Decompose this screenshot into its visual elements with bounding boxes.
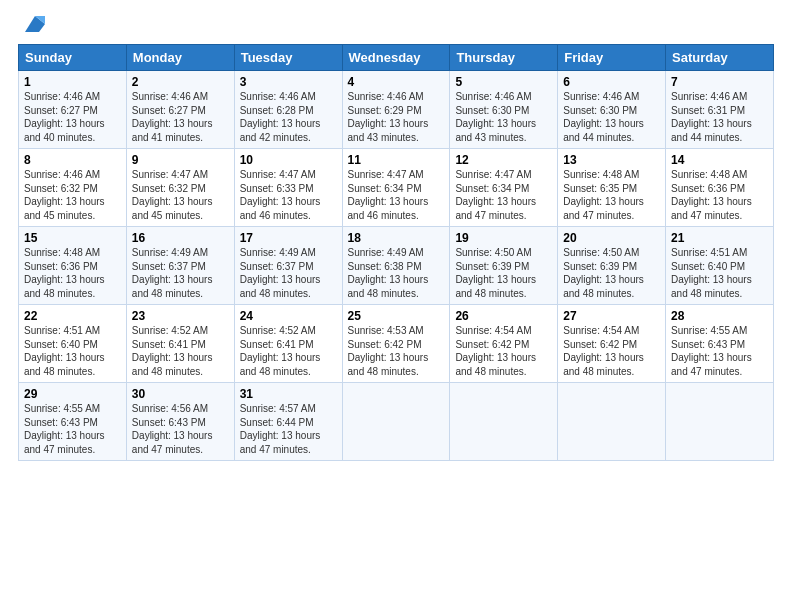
calendar-cell: 7Sunrise: 4:46 AMSunset: 6:31 PMDaylight… [666, 71, 774, 149]
calendar-cell: 23Sunrise: 4:52 AMSunset: 6:41 PMDayligh… [126, 305, 234, 383]
day-number: 19 [455, 231, 552, 245]
calendar: SundayMondayTuesdayWednesdayThursdayFrid… [18, 44, 774, 461]
day-number: 2 [132, 75, 229, 89]
day-number: 4 [348, 75, 445, 89]
day-info: Sunrise: 4:48 AMSunset: 6:35 PMDaylight:… [563, 168, 660, 222]
calendar-header-thursday: Thursday [450, 45, 558, 71]
day-info: Sunrise: 4:55 AMSunset: 6:43 PMDaylight:… [24, 402, 121, 456]
day-number: 26 [455, 309, 552, 323]
day-number: 31 [240, 387, 337, 401]
calendar-header-row: SundayMondayTuesdayWednesdayThursdayFrid… [19, 45, 774, 71]
day-info: Sunrise: 4:53 AMSunset: 6:42 PMDaylight:… [348, 324, 445, 378]
day-number: 14 [671, 153, 768, 167]
day-number: 21 [671, 231, 768, 245]
day-number: 7 [671, 75, 768, 89]
day-number: 18 [348, 231, 445, 245]
logo-icon [21, 10, 49, 38]
calendar-cell: 25Sunrise: 4:53 AMSunset: 6:42 PMDayligh… [342, 305, 450, 383]
calendar-cell: 17Sunrise: 4:49 AMSunset: 6:37 PMDayligh… [234, 227, 342, 305]
day-info: Sunrise: 4:57 AMSunset: 6:44 PMDaylight:… [240, 402, 337, 456]
calendar-cell [450, 383, 558, 461]
calendar-week-3: 15Sunrise: 4:48 AMSunset: 6:36 PMDayligh… [19, 227, 774, 305]
day-info: Sunrise: 4:51 AMSunset: 6:40 PMDaylight:… [671, 246, 768, 300]
calendar-cell [342, 383, 450, 461]
calendar-cell: 3Sunrise: 4:46 AMSunset: 6:28 PMDaylight… [234, 71, 342, 149]
page: SundayMondayTuesdayWednesdayThursdayFrid… [0, 0, 792, 612]
day-number: 11 [348, 153, 445, 167]
day-info: Sunrise: 4:46 AMSunset: 6:29 PMDaylight:… [348, 90, 445, 144]
calendar-week-5: 29Sunrise: 4:55 AMSunset: 6:43 PMDayligh… [19, 383, 774, 461]
calendar-header-tuesday: Tuesday [234, 45, 342, 71]
day-number: 9 [132, 153, 229, 167]
calendar-cell: 24Sunrise: 4:52 AMSunset: 6:41 PMDayligh… [234, 305, 342, 383]
logo [18, 10, 49, 38]
day-info: Sunrise: 4:46 AMSunset: 6:27 PMDaylight:… [24, 90, 121, 144]
day-number: 20 [563, 231, 660, 245]
day-number: 6 [563, 75, 660, 89]
day-info: Sunrise: 4:49 AMSunset: 6:38 PMDaylight:… [348, 246, 445, 300]
day-number: 30 [132, 387, 229, 401]
day-info: Sunrise: 4:51 AMSunset: 6:40 PMDaylight:… [24, 324, 121, 378]
calendar-cell: 30Sunrise: 4:56 AMSunset: 6:43 PMDayligh… [126, 383, 234, 461]
calendar-cell: 28Sunrise: 4:55 AMSunset: 6:43 PMDayligh… [666, 305, 774, 383]
calendar-cell: 12Sunrise: 4:47 AMSunset: 6:34 PMDayligh… [450, 149, 558, 227]
day-info: Sunrise: 4:52 AMSunset: 6:41 PMDaylight:… [240, 324, 337, 378]
day-number: 5 [455, 75, 552, 89]
day-number: 22 [24, 309, 121, 323]
day-info: Sunrise: 4:50 AMSunset: 6:39 PMDaylight:… [455, 246, 552, 300]
day-info: Sunrise: 4:46 AMSunset: 6:32 PMDaylight:… [24, 168, 121, 222]
calendar-cell: 5Sunrise: 4:46 AMSunset: 6:30 PMDaylight… [450, 71, 558, 149]
day-info: Sunrise: 4:46 AMSunset: 6:27 PMDaylight:… [132, 90, 229, 144]
calendar-cell: 6Sunrise: 4:46 AMSunset: 6:30 PMDaylight… [558, 71, 666, 149]
day-number: 16 [132, 231, 229, 245]
day-info: Sunrise: 4:49 AMSunset: 6:37 PMDaylight:… [240, 246, 337, 300]
calendar-header-wednesday: Wednesday [342, 45, 450, 71]
calendar-cell: 22Sunrise: 4:51 AMSunset: 6:40 PMDayligh… [19, 305, 127, 383]
calendar-week-2: 8Sunrise: 4:46 AMSunset: 6:32 PMDaylight… [19, 149, 774, 227]
day-info: Sunrise: 4:46 AMSunset: 6:30 PMDaylight:… [455, 90, 552, 144]
day-info: Sunrise: 4:55 AMSunset: 6:43 PMDaylight:… [671, 324, 768, 378]
calendar-cell: 4Sunrise: 4:46 AMSunset: 6:29 PMDaylight… [342, 71, 450, 149]
day-number: 28 [671, 309, 768, 323]
day-number: 3 [240, 75, 337, 89]
day-info: Sunrise: 4:48 AMSunset: 6:36 PMDaylight:… [24, 246, 121, 300]
calendar-header-friday: Friday [558, 45, 666, 71]
day-number: 8 [24, 153, 121, 167]
day-info: Sunrise: 4:47 AMSunset: 6:34 PMDaylight:… [455, 168, 552, 222]
calendar-cell: 9Sunrise: 4:47 AMSunset: 6:32 PMDaylight… [126, 149, 234, 227]
day-info: Sunrise: 4:54 AMSunset: 6:42 PMDaylight:… [455, 324, 552, 378]
day-number: 1 [24, 75, 121, 89]
day-info: Sunrise: 4:46 AMSunset: 6:30 PMDaylight:… [563, 90, 660, 144]
day-info: Sunrise: 4:47 AMSunset: 6:32 PMDaylight:… [132, 168, 229, 222]
calendar-cell [666, 383, 774, 461]
day-number: 10 [240, 153, 337, 167]
day-number: 12 [455, 153, 552, 167]
day-number: 13 [563, 153, 660, 167]
calendar-cell: 21Sunrise: 4:51 AMSunset: 6:40 PMDayligh… [666, 227, 774, 305]
day-info: Sunrise: 4:50 AMSunset: 6:39 PMDaylight:… [563, 246, 660, 300]
day-info: Sunrise: 4:46 AMSunset: 6:28 PMDaylight:… [240, 90, 337, 144]
calendar-header-sunday: Sunday [19, 45, 127, 71]
day-info: Sunrise: 4:46 AMSunset: 6:31 PMDaylight:… [671, 90, 768, 144]
day-number: 25 [348, 309, 445, 323]
day-number: 24 [240, 309, 337, 323]
calendar-cell: 13Sunrise: 4:48 AMSunset: 6:35 PMDayligh… [558, 149, 666, 227]
day-number: 23 [132, 309, 229, 323]
calendar-cell: 19Sunrise: 4:50 AMSunset: 6:39 PMDayligh… [450, 227, 558, 305]
calendar-cell: 18Sunrise: 4:49 AMSunset: 6:38 PMDayligh… [342, 227, 450, 305]
calendar-cell: 14Sunrise: 4:48 AMSunset: 6:36 PMDayligh… [666, 149, 774, 227]
calendar-cell: 1Sunrise: 4:46 AMSunset: 6:27 PMDaylight… [19, 71, 127, 149]
day-info: Sunrise: 4:47 AMSunset: 6:33 PMDaylight:… [240, 168, 337, 222]
calendar-header-saturday: Saturday [666, 45, 774, 71]
calendar-cell [558, 383, 666, 461]
day-number: 29 [24, 387, 121, 401]
calendar-cell: 2Sunrise: 4:46 AMSunset: 6:27 PMDaylight… [126, 71, 234, 149]
calendar-cell: 8Sunrise: 4:46 AMSunset: 6:32 PMDaylight… [19, 149, 127, 227]
day-info: Sunrise: 4:48 AMSunset: 6:36 PMDaylight:… [671, 168, 768, 222]
calendar-cell: 10Sunrise: 4:47 AMSunset: 6:33 PMDayligh… [234, 149, 342, 227]
calendar-cell: 11Sunrise: 4:47 AMSunset: 6:34 PMDayligh… [342, 149, 450, 227]
day-info: Sunrise: 4:47 AMSunset: 6:34 PMDaylight:… [348, 168, 445, 222]
calendar-week-4: 22Sunrise: 4:51 AMSunset: 6:40 PMDayligh… [19, 305, 774, 383]
calendar-header-monday: Monday [126, 45, 234, 71]
calendar-cell: 26Sunrise: 4:54 AMSunset: 6:42 PMDayligh… [450, 305, 558, 383]
